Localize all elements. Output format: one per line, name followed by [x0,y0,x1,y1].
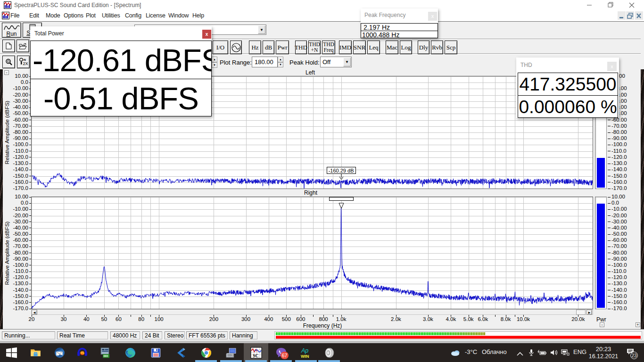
restore-button[interactable] [603,0,619,10]
button-label: THD [295,44,307,50]
tray-date[interactable]: 16.12.2021 [586,353,621,360]
tray-temperature[interactable]: -3°C [465,348,477,355]
taskbar-speaker-app[interactable] [318,343,340,362]
signal-generator-button[interactable] [230,41,242,54]
x-tick-label: 30 [61,316,67,322]
menu-plot[interactable]: Plot [86,12,96,19]
speaker-app-icon [323,347,335,359]
menu-file[interactable]: File [10,12,19,19]
minimize-button[interactable] [581,0,597,10]
y-tick-label-right: -100.0 [611,141,627,147]
plot-range-spinner[interactable]: ▲▼ [278,57,283,67]
menu-window[interactable]: Window [168,12,189,19]
taskbar-chrome[interactable] [195,343,217,362]
snr-button[interactable]: SNR [353,41,366,54]
taskbar-system-info[interactable] [93,343,116,362]
close-button[interactable] [624,0,640,10]
menu-mode[interactable]: Mode [46,12,60,19]
spin-up-icon[interactable]: ▲ [278,57,283,62]
tray-language[interactable]: ENG [573,348,586,355]
taskbar-audio-tool[interactable] [220,343,242,362]
mdi-close-button[interactable] [635,11,643,20]
taskbar-start[interactable] [0,343,23,362]
microphone-icon[interactable] [528,349,534,358]
taskbar-apwin[interactable]: ApWIN [295,343,317,362]
taskbar-chevron-app[interactable] [170,343,192,362]
document-icon[interactable] [2,12,9,19]
status-stereo: Stereo [165,331,185,339]
pwr-button[interactable]: Pwr [276,41,289,54]
open-file-button[interactable] [17,40,29,52]
open-folder-icon [19,43,27,49]
tray-time[interactable]: 20:23 [592,346,615,353]
rvb-button[interactable]: Rvb [431,41,443,54]
tray-weather-text[interactable]: Облачно [482,348,507,355]
weather-icon[interactable] [450,349,461,358]
y-tick-label-right: -120.0 [611,274,627,280]
battery-icon[interactable] [537,350,546,357]
notification-center-icon[interactable]: 23 [626,348,636,358]
button-label: Hz [251,44,258,50]
y-tick [29,209,31,210]
scrollbar-thumb[interactable] [576,310,586,315]
dly-button[interactable]: Dly [418,41,429,54]
spin-down-icon[interactable]: ▼ [212,62,217,68]
button-label: Pwr [278,44,288,50]
spin-up-icon[interactable]: ▲ [212,57,217,62]
log-button[interactable]: Log [400,41,412,54]
hz-button[interactable]: Hz [249,41,261,54]
taskbar-audacity[interactable] [71,343,93,362]
y-tick-label-right: -170.0 [611,305,627,311]
menu-utilities[interactable]: Utilities [102,12,120,19]
spin-down-icon[interactable]: ▼ [278,62,283,68]
thdfreq-button[interactable]: THDFreq [322,41,335,54]
menu-config[interactable]: Config [125,12,141,19]
db-button[interactable]: dB [263,41,274,54]
spectrum-plot-right[interactable] [31,197,593,309]
taskbar-viber[interactable]: 67 [270,343,292,362]
taskbar-thunderbird[interactable] [48,343,71,362]
combo-arrow-icon[interactable]: ▼ [343,58,351,66]
zoom-button[interactable] [2,56,15,68]
scroll-left-button[interactable]: ◀ [32,310,37,315]
close-icon[interactable]: x [202,30,211,39]
new-file-button[interactable] [2,40,15,52]
peak-annotation: -160.29 dB [327,167,356,174]
pwr-collapse-button[interactable]: - [600,322,604,327]
tray-chevron-up-icon[interactable] [517,350,523,357]
taskbar-file-explorer[interactable] [24,343,47,362]
plot-expand-button[interactable]: + [636,322,640,327]
close-icon[interactable]: x [428,12,437,21]
combo-arrow-icon[interactable]: ▼ [258,25,265,34]
mdi-minimize-button[interactable] [618,11,626,20]
mac-button[interactable]: Mac [386,41,398,54]
run-button[interactable]: Run [2,23,21,38]
button-label: Dly [419,44,429,50]
plot-h-scrollbar[interactable] [31,309,593,315]
y-tick-right [608,209,611,210]
thd-button[interactable]: THD [295,41,307,54]
i/o-button[interactable]: I/O [213,41,228,54]
scp-button[interactable]: Scp [445,41,457,54]
button-label: IMD [339,44,351,50]
zoom-in-2x-button[interactable]: IN 2X [17,56,30,68]
thd+n-button[interactable]: THD+N [308,41,321,54]
mdi-restore-button[interactable] [626,11,634,20]
volume-icon[interactable] [550,349,558,357]
scroll-right-button[interactable]: ▶ [586,310,592,315]
close-icon[interactable]: x [607,62,617,71]
taskbar-edge[interactable] [119,343,141,362]
plot-range-input[interactable]: 180.00 [252,57,278,67]
imd-button[interactable]: IMD [339,41,352,54]
peak-hold-combo[interactable]: Off ▼ [320,57,352,67]
taskbar-spectraplus[interactable]: SC [245,343,267,362]
menu-options[interactable]: Options [64,12,83,19]
y-tick-label-right: -110.0 [611,148,627,154]
taskbar-backup-disk[interactable] [144,343,167,362]
menu-edit[interactable]: Edit [29,12,39,19]
network-icon[interactable] [561,349,570,357]
leq-button[interactable]: Leq [367,41,380,54]
hidden-spinner[interactable]: ▲▼ [212,57,217,68]
menu-license[interactable]: License [146,12,165,19]
menu-help[interactable]: Help [192,12,204,19]
